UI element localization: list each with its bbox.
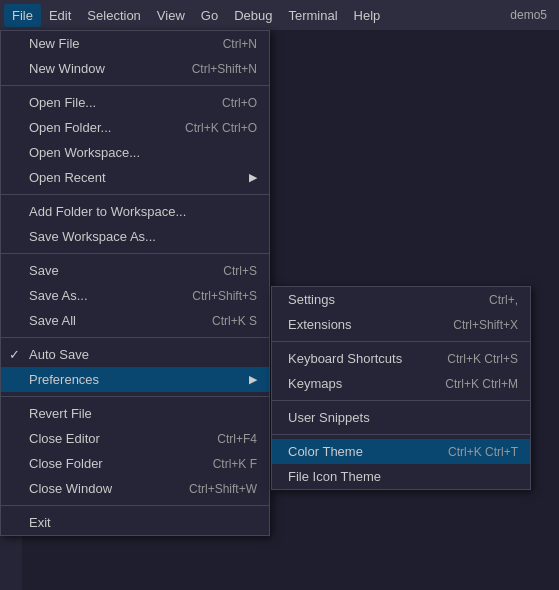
separator-2 <box>1 194 269 195</box>
menubar-item-view[interactable]: View <box>149 4 193 27</box>
submenu-item-keyboard-shortcuts[interactable]: Keyboard Shortcuts Ctrl+K Ctrl+S <box>272 346 530 371</box>
menubar-item-file[interactable]: File <box>4 4 41 27</box>
menu-item-new-window[interactable]: New Window Ctrl+Shift+N <box>1 56 269 81</box>
open-recent-label: Open Recent <box>29 170 106 185</box>
save-all-label: Save All <box>29 313 76 328</box>
keyboard-shortcuts-shortcut: Ctrl+K Ctrl+S <box>447 352 518 366</box>
preferences-submenu: Settings Ctrl+, Extensions Ctrl+Shift+X … <box>271 286 531 490</box>
save-as-shortcut: Ctrl+Shift+S <box>192 289 257 303</box>
auto-save-label: Auto Save <box>29 347 89 362</box>
save-shortcut: Ctrl+S <box>223 264 257 278</box>
menu-item-open-recent[interactable]: Open Recent ▶ <box>1 165 269 190</box>
settings-label: Settings <box>288 292 335 307</box>
open-folder-label: Open Folder... <box>29 120 111 135</box>
close-folder-shortcut: Ctrl+K F <box>213 457 257 471</box>
user-snippets-label: User Snippets <box>288 410 370 425</box>
submenu-item-settings[interactable]: Settings Ctrl+, <box>272 287 530 312</box>
new-window-label: New Window <box>29 61 105 76</box>
auto-save-check: ✓ <box>9 347 20 362</box>
menubar-item-debug[interactable]: Debug <box>226 4 280 27</box>
save-all-shortcut: Ctrl+K S <box>212 314 257 328</box>
menu-item-close-window[interactable]: Close Window Ctrl+Shift+W <box>1 476 269 501</box>
menubar-item-go[interactable]: Go <box>193 4 226 27</box>
save-label: Save <box>29 263 59 278</box>
menu-item-auto-save[interactable]: ✓ Auto Save <box>1 342 269 367</box>
menubar-item-terminal[interactable]: Terminal <box>280 4 345 27</box>
menu-item-save[interactable]: Save Ctrl+S <box>1 258 269 283</box>
menubar-item-help[interactable]: Help <box>346 4 389 27</box>
separator-3 <box>1 253 269 254</box>
menu-item-open-folder[interactable]: Open Folder... Ctrl+K Ctrl+O <box>1 115 269 140</box>
sub-separator-2 <box>272 400 530 401</box>
submenu-item-color-theme[interactable]: Color Theme Ctrl+K Ctrl+T <box>272 439 530 464</box>
preferences-label: Preferences <box>29 372 99 387</box>
submenu-item-keymaps[interactable]: Keymaps Ctrl+K Ctrl+M <box>272 371 530 396</box>
close-window-shortcut: Ctrl+Shift+W <box>189 482 257 496</box>
file-dropdown: New File Ctrl+N New Window Ctrl+Shift+N … <box>0 30 270 536</box>
preferences-arrow: ▶ <box>249 373 257 386</box>
new-file-shortcut: Ctrl+N <box>223 37 257 51</box>
new-window-shortcut: Ctrl+Shift+N <box>192 62 257 76</box>
submenu-item-file-icon-theme[interactable]: File Icon Theme <box>272 464 530 489</box>
file-icon-theme-label: File Icon Theme <box>288 469 381 484</box>
submenu-item-extensions[interactable]: Extensions Ctrl+Shift+X <box>272 312 530 337</box>
open-folder-shortcut: Ctrl+K Ctrl+O <box>185 121 257 135</box>
keymaps-label: Keymaps <box>288 376 342 391</box>
menubar-item-edit[interactable]: Edit <box>41 4 79 27</box>
close-window-label: Close Window <box>29 481 112 496</box>
submenu-item-user-snippets[interactable]: User Snippets <box>272 405 530 430</box>
menu-item-preferences[interactable]: Preferences ▶ <box>1 367 269 392</box>
exit-label: Exit <box>29 515 51 530</box>
close-folder-label: Close Folder <box>29 456 103 471</box>
settings-shortcut: Ctrl+, <box>489 293 518 307</box>
revert-file-label: Revert File <box>29 406 92 421</box>
menu-item-save-as[interactable]: Save As... Ctrl+Shift+S <box>1 283 269 308</box>
open-recent-arrow: ▶ <box>249 171 257 184</box>
menu-item-save-all[interactable]: Save All Ctrl+K S <box>1 308 269 333</box>
menu-item-close-editor[interactable]: Close Editor Ctrl+F4 <box>1 426 269 451</box>
menu-item-save-workspace-as[interactable]: Save Workspace As... <box>1 224 269 249</box>
extensions-label: Extensions <box>288 317 352 332</box>
open-file-shortcut: Ctrl+O <box>222 96 257 110</box>
color-theme-label: Color Theme <box>288 444 363 459</box>
menubar-item-selection[interactable]: Selection <box>79 4 148 27</box>
close-editor-label: Close Editor <box>29 431 100 446</box>
separator-5 <box>1 396 269 397</box>
save-as-label: Save As... <box>29 288 88 303</box>
menu-item-open-workspace[interactable]: Open Workspace... <box>1 140 269 165</box>
sub-separator-3 <box>272 434 530 435</box>
new-file-label: New File <box>29 36 80 51</box>
menu-item-revert-file[interactable]: Revert File <box>1 401 269 426</box>
save-workspace-as-label: Save Workspace As... <box>29 229 156 244</box>
separator-6 <box>1 505 269 506</box>
keyboard-shortcuts-label: Keyboard Shortcuts <box>288 351 402 366</box>
sub-separator-1 <box>272 341 530 342</box>
open-file-label: Open File... <box>29 95 96 110</box>
menu-item-exit[interactable]: Exit <box>1 510 269 535</box>
close-editor-shortcut: Ctrl+F4 <box>217 432 257 446</box>
window-title: demo5 <box>510 8 555 22</box>
color-theme-shortcut: Ctrl+K Ctrl+T <box>448 445 518 459</box>
open-workspace-label: Open Workspace... <box>29 145 140 160</box>
menu-item-new-file[interactable]: New File Ctrl+N <box>1 31 269 56</box>
keymaps-shortcut: Ctrl+K Ctrl+M <box>445 377 518 391</box>
menu-item-open-file[interactable]: Open File... Ctrl+O <box>1 90 269 115</box>
extensions-shortcut: Ctrl+Shift+X <box>453 318 518 332</box>
menubar: File Edit Selection View Go Debug Termin… <box>0 0 559 30</box>
menu-item-close-folder[interactable]: Close Folder Ctrl+K F <box>1 451 269 476</box>
separator-1 <box>1 85 269 86</box>
menu-item-add-folder[interactable]: Add Folder to Workspace... <box>1 199 269 224</box>
add-folder-label: Add Folder to Workspace... <box>29 204 186 219</box>
separator-4 <box>1 337 269 338</box>
